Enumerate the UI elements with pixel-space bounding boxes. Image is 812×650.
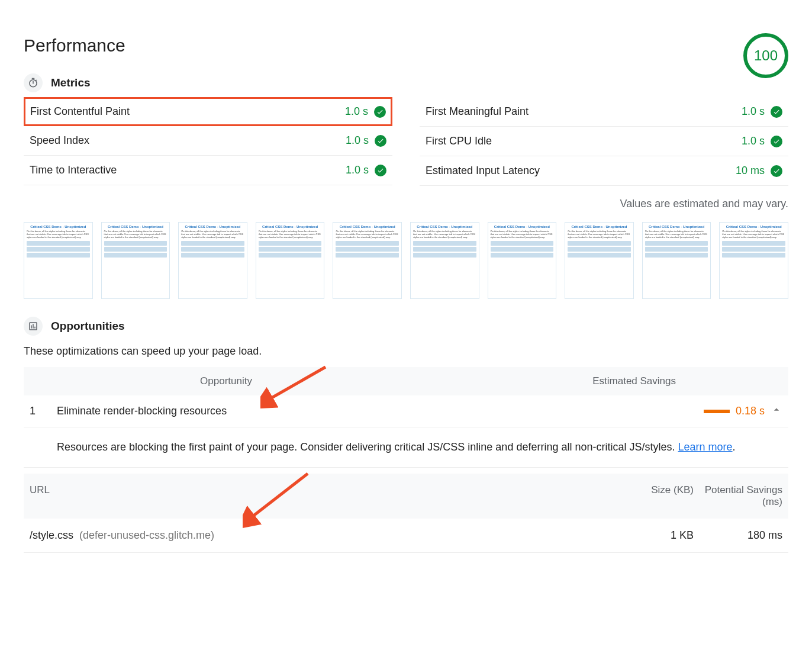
- check-icon: [375, 135, 386, 147]
- filmstrip-frame: Critical CSS Demo - UnoptimizedOn this d…: [24, 222, 93, 299]
- filmstrip: Critical CSS Demo - UnoptimizedOn this d…: [24, 222, 788, 299]
- opportunities-table-header: Opportunity Estimated Savings: [24, 367, 788, 395]
- metric-value: 1.0 s: [742, 105, 765, 118]
- metrics-footnote: Values are estimated and may vary.: [24, 198, 788, 210]
- filmstrip-frame: Critical CSS Demo - UnoptimizedOn this d…: [101, 222, 170, 299]
- size-column-label: Size (KB): [611, 484, 694, 508]
- metric-name: Speed Index: [30, 134, 89, 147]
- chevron-up-icon[interactable]: [771, 404, 782, 419]
- filmstrip-frame: Critical CSS Demo - UnoptimizedOn this d…: [565, 222, 634, 299]
- metric-name: Time to Interactive: [30, 164, 117, 176]
- opportunity-name: Eliminate render-blocking resources: [57, 405, 704, 417]
- check-icon: [374, 106, 386, 118]
- resources-table-header: URL Size (KB) Potential Savings (ms): [24, 474, 788, 519]
- opportunities-description: These optimizations can speed up your pa…: [24, 345, 788, 358]
- metric-name: First CPU Idle: [426, 135, 492, 147]
- opportunities-icon: [24, 317, 43, 336]
- opportunity-column-label: Opportunity: [57, 375, 252, 387]
- metrics-label: Metrics: [51, 76, 91, 89]
- performance-score: 100: [743, 33, 788, 78]
- opportunity-row[interactable]: 1 Eliminate render-blocking resources 0.…: [24, 395, 788, 427]
- opportunity-value: 0.18 s: [736, 405, 765, 417]
- check-icon: [771, 136, 782, 147]
- opportunity-detail: Resources are blocking the first paint o…: [24, 427, 788, 468]
- page-title: Performance: [24, 36, 125, 56]
- metric-row[interactable]: Estimated Input Latency10 ms: [420, 156, 788, 186]
- url-column-label: URL: [30, 484, 611, 508]
- opportunity-number: 1: [30, 405, 57, 417]
- resource-savings: 180 ms: [694, 529, 782, 542]
- metric-value: 1.0 s: [346, 134, 369, 147]
- filmstrip-frame: Critical CSS Demo - UnoptimizedOn this d…: [642, 222, 711, 299]
- resource-path: /style.css: [30, 529, 73, 541]
- metric-name: First Contentful Paint: [30, 105, 130, 118]
- opportunities-label: Opportunities: [51, 320, 125, 333]
- metric-row[interactable]: First Contentful Paint1.0 s: [24, 97, 392, 126]
- metric-row[interactable]: First Meaningful Paint1.0 s: [420, 97, 788, 127]
- filmstrip-frame: Critical CSS Demo - UnoptimizedOn this d…: [410, 222, 479, 299]
- learn-more-link[interactable]: Learn more: [678, 441, 733, 453]
- metric-name: First Meaningful Paint: [426, 105, 529, 118]
- metric-value: 1.0 s: [346, 164, 369, 176]
- opportunities-section-header: Opportunities: [24, 317, 788, 336]
- metric-row[interactable]: First CPU Idle1.0 s: [420, 127, 788, 156]
- savings-column-label: Estimated Savings: [252, 375, 782, 387]
- filmstrip-frame: Critical CSS Demo - UnoptimizedOn this d…: [256, 222, 325, 299]
- filmstrip-frame: Critical CSS Demo - UnoptimizedOn this d…: [719, 222, 788, 299]
- metric-value: 1.0 s: [345, 105, 368, 118]
- stopwatch-icon: [24, 73, 43, 92]
- resource-host: (defer-unused-css.glitch.me): [79, 529, 214, 541]
- potential-savings-column-label: Potential Savings (ms): [694, 484, 782, 508]
- metric-name: Estimated Input Latency: [426, 165, 540, 177]
- check-icon: [375, 165, 386, 176]
- check-icon: [771, 106, 782, 118]
- metric-value: 10 ms: [736, 165, 765, 177]
- metrics-section-header: Metrics: [24, 73, 125, 92]
- metric-row[interactable]: Time to Interactive1.0 s: [24, 156, 392, 185]
- savings-bar: [704, 410, 730, 413]
- filmstrip-frame: Critical CSS Demo - UnoptimizedOn this d…: [178, 222, 247, 299]
- resource-row: /style.css (defer-unused-css.glitch.me) …: [24, 519, 788, 553]
- metric-row[interactable]: Speed Index1.0 s: [24, 126, 392, 156]
- filmstrip-frame: Critical CSS Demo - UnoptimizedOn this d…: [333, 222, 402, 299]
- check-icon: [771, 165, 782, 177]
- resource-size: 1 KB: [611, 529, 694, 542]
- metric-value: 1.0 s: [742, 135, 765, 147]
- filmstrip-frame: Critical CSS Demo - UnoptimizedOn this d…: [488, 222, 557, 299]
- metrics-grid: First Contentful Paint1.0 sSpeed Index1.…: [24, 97, 788, 186]
